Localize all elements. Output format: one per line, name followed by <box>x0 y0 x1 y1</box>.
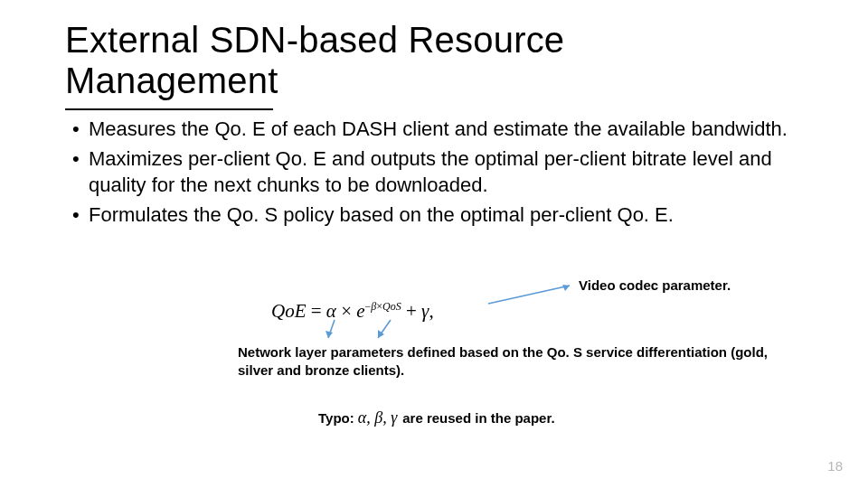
formula-times: × <box>336 300 356 322</box>
bullet-text: Measures the Qo. E of each DASH client a… <box>89 116 814 142</box>
exp-qos: QoS <box>382 300 401 313</box>
bullet-item: • Formulates the Qo. S policy based on t… <box>72 202 814 228</box>
formula-comma: , <box>429 300 433 322</box>
svg-marker-3 <box>326 331 333 338</box>
bullet-list: • Measures the Qo. E of each DASH client… <box>72 116 814 231</box>
formula-plus: + <box>401 300 421 322</box>
bullet-dot: • <box>72 202 89 228</box>
bullet-dot: • <box>72 116 89 142</box>
formula-alpha: α <box>326 300 336 322</box>
slide: External SDN-based Resource Management •… <box>0 0 868 488</box>
svg-marker-5 <box>378 330 384 338</box>
bullet-item: • Maximizes per-client Qo. E and outputs… <box>72 145 814 198</box>
bullet-dot: • <box>72 145 89 198</box>
title-underline <box>65 108 273 110</box>
typo-suffix: are reused in the paper. <box>402 410 554 426</box>
title-line-2: Management <box>65 61 278 100</box>
slide-title: External SDN-based Resource Management <box>65 20 564 101</box>
page-number: 18 <box>827 458 843 474</box>
bullet-text: Maximizes per-client Qo. E and outputs t… <box>89 145 814 198</box>
bullet-item: • Measures the Qo. E of each DASH client… <box>72 116 814 142</box>
svg-marker-1 <box>562 285 570 291</box>
formula-expression: QoE = α × e−β×QoS + γ, <box>271 300 434 322</box>
label-codec: Video codec parameter. <box>579 277 731 293</box>
bullet-text: Formulates the Qo. S policy based on the… <box>89 202 814 228</box>
formula-exponent: −β×QoS <box>365 300 401 313</box>
formula-e: e <box>356 300 364 322</box>
title-line-1: External SDN-based Resource <box>65 20 564 60</box>
formula-eq: = <box>307 300 326 322</box>
label-network: Network layer parameters defined based o… <box>238 343 771 380</box>
typo-greek: α, β, γ <box>354 408 403 427</box>
formula-lhs: QoE <box>271 300 307 322</box>
typo-prefix: Typo: <box>318 410 354 426</box>
typo-note: Typo: α, β, γ are reused in the paper. <box>318 408 555 427</box>
formula: QoE = α × e−β×QoS + γ, <box>271 300 506 327</box>
